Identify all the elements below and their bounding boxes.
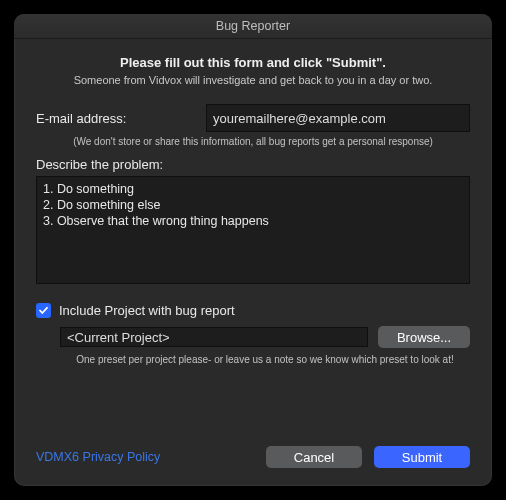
include-checkbox[interactable] <box>36 303 51 318</box>
include-row: Include Project with bug report <box>36 303 470 318</box>
form-subheading: Someone from Vidvox will investigate and… <box>36 74 470 86</box>
footer-row: VDMX6 Privacy Policy Cancel Submit <box>36 446 470 468</box>
cancel-button[interactable]: Cancel <box>266 446 362 468</box>
project-row: Browse... <box>60 326 470 348</box>
email-fineprint: (We don't store or share this informatio… <box>36 136 470 147</box>
describe-label: Describe the problem: <box>36 157 470 172</box>
form-heading: Please fill out this form and click "Sub… <box>36 55 470 70</box>
email-field[interactable] <box>206 104 470 132</box>
email-label: E-mail address: <box>36 111 196 126</box>
button-group: Cancel Submit <box>266 446 470 468</box>
browse-button[interactable]: Browse... <box>378 326 470 348</box>
email-row: E-mail address: <box>36 104 470 132</box>
submit-button[interactable]: Submit <box>374 446 470 468</box>
content-area: Please fill out this form and click "Sub… <box>14 39 492 381</box>
privacy-link[interactable]: VDMX6 Privacy Policy <box>36 450 160 464</box>
checkmark-icon <box>38 305 49 316</box>
include-label: Include Project with bug report <box>59 303 235 318</box>
window-title: Bug Reporter <box>14 14 492 39</box>
preset-note: One preset per project please- or leave … <box>60 354 470 365</box>
describe-textarea[interactable] <box>36 176 470 284</box>
project-field[interactable] <box>60 327 368 347</box>
bug-reporter-window: Bug Reporter Please fill out this form a… <box>14 14 492 486</box>
